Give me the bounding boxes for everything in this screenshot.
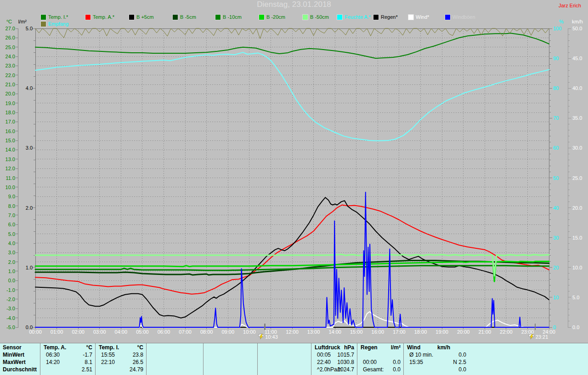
windspeed-tick-label: 40.0 [572, 85, 582, 91]
table-divider [357, 343, 357, 375]
windspeed-tick-label: 10.0 [572, 264, 582, 271]
time-tick-label: 02:00 [69, 329, 87, 335]
humidity-tick-label: 50 [553, 175, 559, 181]
celsius-tick-label: 14.0 [1, 146, 15, 153]
table-col-header: Wind [407, 344, 420, 351]
celsius-tick-label: 0.0 [1, 277, 15, 284]
celsius-tick-label: 6.0 [1, 221, 15, 228]
time-tick-label: 19:00 [433, 329, 451, 335]
table-col-unit: l/m² [378, 344, 401, 351]
time-tick-label: 22:00 [497, 329, 515, 335]
table-col-header: Regen [361, 344, 378, 351]
celsius-tick-label: -3.0 [1, 305, 15, 312]
celsius-tick-label: 27.0 [1, 25, 15, 32]
celsius-tick-label: 3.0 [1, 249, 15, 256]
humidity-tick-label: 40 [553, 205, 559, 211]
celsius-tick-label: -2.0 [1, 296, 15, 302]
humidity-tick-label: 30 [553, 235, 559, 241]
celsius-tick-label: 10.0 [1, 184, 15, 190]
time-tick-label: 14:00 [326, 329, 344, 335]
time-tick-label: 20:00 [454, 329, 473, 335]
time-tick-label: 12:00 [283, 329, 301, 335]
windspeed-tick-label: 5.0 [572, 294, 579, 301]
table-cell-value: 1024.7 [327, 366, 354, 373]
table-col-unit: hPa [331, 344, 354, 351]
celsius-tick-label: 8.0 [1, 203, 15, 209]
celsius-tick-label: 9.0 [1, 193, 15, 200]
table-row-label: Durchschnitt [3, 366, 37, 373]
table-cell-value: 0.0 [373, 366, 401, 373]
table-divider [311, 343, 311, 375]
windspeed-tick-label: 25.0 [572, 175, 582, 181]
table-row-label: Sensor [3, 344, 22, 351]
table-cell-value: 23.8 [116, 352, 143, 358]
rain-tick-label: 2.0 [19, 205, 33, 211]
table-cell-value: N 2.5 [439, 359, 466, 366]
time-tick-label: 21:00 [475, 329, 494, 335]
windspeed-tick-label: 20.0 [572, 205, 582, 211]
celsius-tick-label: 5.0 [1, 231, 15, 237]
table-col-unit: km/h [437, 344, 450, 351]
humidity-tick-label: 100 [553, 25, 561, 32]
table-cell-value: 26.5 [116, 359, 143, 366]
table-cell-value: 2.51 [65, 366, 92, 373]
table-cell-value: 1015.7 [327, 352, 354, 358]
humidity-tick-label: 10 [553, 294, 559, 301]
event-marker-time: 10:43 [265, 334, 278, 340]
table-divider [203, 343, 204, 375]
table-cell-value: 8.1 [65, 359, 92, 366]
celsius-tick-label: 23.0 [1, 62, 15, 69]
table-divider [95, 343, 96, 375]
celsius-tick-label: 25.0 [1, 44, 15, 50]
time-tick-label: 09:00 [219, 329, 237, 335]
celsius-tick-label: 16.0 [1, 128, 15, 134]
celsius-tick-label: -5.0 [1, 324, 15, 330]
rain-tick-label: 5.0 [19, 25, 33, 32]
windspeed-tick-label: 30.0 [572, 145, 582, 151]
celsius-tick-label: 12.0 [1, 165, 15, 172]
celsius-tick-label: 20.0 [1, 90, 15, 97]
table-divider [403, 343, 404, 375]
time-tick-label: 04:00 [112, 329, 130, 335]
table-cell-time: 22:10 [101, 359, 115, 366]
table-cell-time: 14:20 [46, 359, 60, 366]
rain-tick-label: 4.0 [19, 85, 33, 91]
time-tick-label: 06:00 [155, 329, 173, 335]
time-tick-label: 08:00 [198, 329, 216, 335]
celsius-tick-label: 19.0 [1, 100, 15, 106]
table-cell-time: 15:35 [409, 359, 423, 366]
celsius-tick-label: -1.0 [1, 287, 15, 293]
table-cell-value: 24.79 [116, 366, 143, 373]
table-cell-value: -1.7 [65, 352, 92, 358]
rain-tick-label: 3.0 [19, 145, 33, 151]
celsius-tick-label: 18.0 [1, 109, 15, 116]
weather-app-window: Dienstag, 23.01.2018 Jarz Erich °C l/m² … [0, 0, 588, 375]
celsius-tick-label: 21.0 [1, 81, 15, 88]
celsius-tick-label: 15.0 [1, 137, 15, 144]
table-divider [257, 343, 258, 375]
table-col-unit: °C [120, 344, 143, 351]
celsius-tick-label: 13.0 [1, 156, 15, 162]
time-tick-label: 23:00 [518, 329, 537, 335]
celsius-tick-label: 17.0 [1, 118, 15, 125]
humidity-tick-label: 20 [553, 264, 559, 271]
time-tick-label: 17:00 [390, 329, 408, 335]
celsius-tick-label: 11.0 [1, 175, 15, 181]
table-cell-value: 0.0 [439, 366, 466, 373]
weather-chart-canvas [0, 0, 588, 375]
table-cell-value: 0.0 [439, 352, 466, 358]
summary-table: SensorMinWertMaxWertDurchschnittTemp. A.… [0, 343, 588, 375]
table-cell-time: Ø 10 min. [409, 352, 433, 358]
humidity-tick-label: 80 [553, 85, 559, 91]
table-col-unit: °C [69, 344, 92, 351]
humidity-tick-label: 90 [553, 55, 559, 62]
celsius-tick-label: 26.0 [1, 34, 15, 41]
celsius-tick-label: 1.0 [1, 268, 15, 274]
windspeed-tick-label: 50.0 [572, 25, 582, 32]
table-row-label: MinWert [3, 352, 24, 358]
celsius-tick-label: 24.0 [1, 53, 15, 60]
table-row-label: MaxWert [3, 359, 26, 366]
celsius-tick-label: -4.0 [1, 315, 15, 321]
time-tick-label: 18:00 [412, 329, 430, 335]
table-divider [146, 343, 147, 375]
